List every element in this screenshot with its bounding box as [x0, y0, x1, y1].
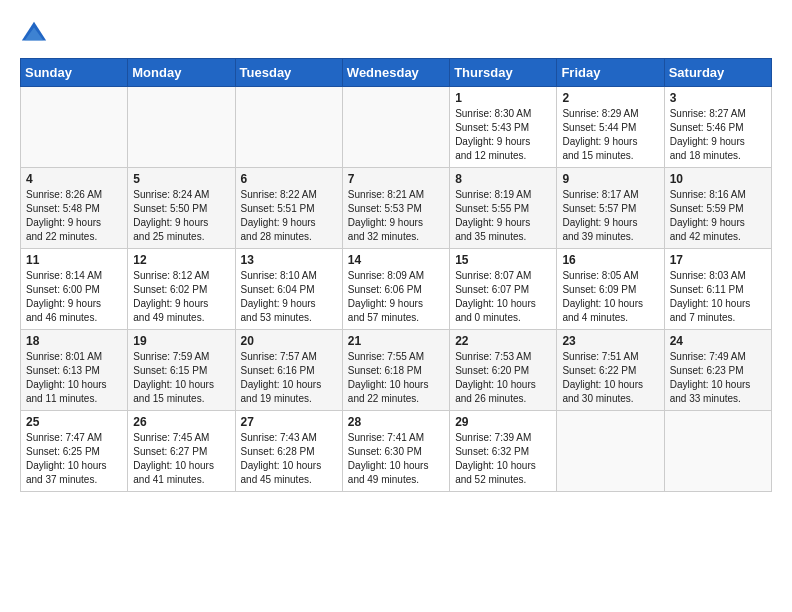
header-day-friday: Friday — [557, 59, 664, 87]
calendar-cell: 20Sunrise: 7:57 AM Sunset: 6:16 PM Dayli… — [235, 330, 342, 411]
calendar-cell — [557, 411, 664, 492]
day-info: Sunrise: 8:07 AM Sunset: 6:07 PM Dayligh… — [455, 269, 551, 325]
day-number: 21 — [348, 334, 444, 348]
calendar-cell — [664, 411, 771, 492]
day-number: 15 — [455, 253, 551, 267]
logo — [20, 20, 52, 48]
calendar-table: SundayMondayTuesdayWednesdayThursdayFrid… — [20, 58, 772, 492]
day-number: 11 — [26, 253, 122, 267]
calendar-cell: 18Sunrise: 8:01 AM Sunset: 6:13 PM Dayli… — [21, 330, 128, 411]
day-number: 18 — [26, 334, 122, 348]
day-number: 13 — [241, 253, 337, 267]
day-number: 1 — [455, 91, 551, 105]
header-day-monday: Monday — [128, 59, 235, 87]
day-number: 24 — [670, 334, 766, 348]
day-number: 17 — [670, 253, 766, 267]
day-number: 26 — [133, 415, 229, 429]
calendar-cell: 16Sunrise: 8:05 AM Sunset: 6:09 PM Dayli… — [557, 249, 664, 330]
day-info: Sunrise: 7:43 AM Sunset: 6:28 PM Dayligh… — [241, 431, 337, 487]
day-number: 16 — [562, 253, 658, 267]
calendar-cell — [128, 87, 235, 168]
day-number: 19 — [133, 334, 229, 348]
calendar-cell: 4Sunrise: 8:26 AM Sunset: 5:48 PM Daylig… — [21, 168, 128, 249]
week-row-1: 4Sunrise: 8:26 AM Sunset: 5:48 PM Daylig… — [21, 168, 772, 249]
day-info: Sunrise: 8:16 AM Sunset: 5:59 PM Dayligh… — [670, 188, 766, 244]
calendar-cell: 28Sunrise: 7:41 AM Sunset: 6:30 PM Dayli… — [342, 411, 449, 492]
header-day-wednesday: Wednesday — [342, 59, 449, 87]
calendar-cell: 10Sunrise: 8:16 AM Sunset: 5:59 PM Dayli… — [664, 168, 771, 249]
calendar-cell: 2Sunrise: 8:29 AM Sunset: 5:44 PM Daylig… — [557, 87, 664, 168]
day-info: Sunrise: 8:01 AM Sunset: 6:13 PM Dayligh… — [26, 350, 122, 406]
calendar-cell — [235, 87, 342, 168]
day-number: 25 — [26, 415, 122, 429]
calendar-body: 1Sunrise: 8:30 AM Sunset: 5:43 PM Daylig… — [21, 87, 772, 492]
day-number: 14 — [348, 253, 444, 267]
calendar-cell: 12Sunrise: 8:12 AM Sunset: 6:02 PM Dayli… — [128, 249, 235, 330]
day-info: Sunrise: 7:49 AM Sunset: 6:23 PM Dayligh… — [670, 350, 766, 406]
calendar-cell: 7Sunrise: 8:21 AM Sunset: 5:53 PM Daylig… — [342, 168, 449, 249]
week-row-2: 11Sunrise: 8:14 AM Sunset: 6:00 PM Dayli… — [21, 249, 772, 330]
day-info: Sunrise: 7:41 AM Sunset: 6:30 PM Dayligh… — [348, 431, 444, 487]
day-number: 4 — [26, 172, 122, 186]
calendar-cell: 9Sunrise: 8:17 AM Sunset: 5:57 PM Daylig… — [557, 168, 664, 249]
week-row-3: 18Sunrise: 8:01 AM Sunset: 6:13 PM Dayli… — [21, 330, 772, 411]
day-number: 8 — [455, 172, 551, 186]
calendar-cell: 3Sunrise: 8:27 AM Sunset: 5:46 PM Daylig… — [664, 87, 771, 168]
day-info: Sunrise: 7:51 AM Sunset: 6:22 PM Dayligh… — [562, 350, 658, 406]
day-info: Sunrise: 8:22 AM Sunset: 5:51 PM Dayligh… — [241, 188, 337, 244]
day-number: 10 — [670, 172, 766, 186]
day-number: 23 — [562, 334, 658, 348]
calendar-cell: 21Sunrise: 7:55 AM Sunset: 6:18 PM Dayli… — [342, 330, 449, 411]
logo-icon — [20, 20, 48, 48]
header-day-saturday: Saturday — [664, 59, 771, 87]
day-info: Sunrise: 8:05 AM Sunset: 6:09 PM Dayligh… — [562, 269, 658, 325]
day-number: 7 — [348, 172, 444, 186]
calendar-cell: 11Sunrise: 8:14 AM Sunset: 6:00 PM Dayli… — [21, 249, 128, 330]
week-row-4: 25Sunrise: 7:47 AM Sunset: 6:25 PM Dayli… — [21, 411, 772, 492]
calendar-cell: 23Sunrise: 7:51 AM Sunset: 6:22 PM Dayli… — [557, 330, 664, 411]
day-info: Sunrise: 7:55 AM Sunset: 6:18 PM Dayligh… — [348, 350, 444, 406]
day-info: Sunrise: 7:47 AM Sunset: 6:25 PM Dayligh… — [26, 431, 122, 487]
day-info: Sunrise: 8:09 AM Sunset: 6:06 PM Dayligh… — [348, 269, 444, 325]
calendar-cell: 13Sunrise: 8:10 AM Sunset: 6:04 PM Dayli… — [235, 249, 342, 330]
day-number: 20 — [241, 334, 337, 348]
calendar-header: SundayMondayTuesdayWednesdayThursdayFrid… — [21, 59, 772, 87]
calendar-cell: 29Sunrise: 7:39 AM Sunset: 6:32 PM Dayli… — [450, 411, 557, 492]
day-number: 3 — [670, 91, 766, 105]
calendar-cell — [21, 87, 128, 168]
calendar-cell: 17Sunrise: 8:03 AM Sunset: 6:11 PM Dayli… — [664, 249, 771, 330]
header-day-thursday: Thursday — [450, 59, 557, 87]
day-info: Sunrise: 8:17 AM Sunset: 5:57 PM Dayligh… — [562, 188, 658, 244]
day-info: Sunrise: 8:14 AM Sunset: 6:00 PM Dayligh… — [26, 269, 122, 325]
day-info: Sunrise: 8:30 AM Sunset: 5:43 PM Dayligh… — [455, 107, 551, 163]
day-info: Sunrise: 7:45 AM Sunset: 6:27 PM Dayligh… — [133, 431, 229, 487]
calendar-cell: 24Sunrise: 7:49 AM Sunset: 6:23 PM Dayli… — [664, 330, 771, 411]
day-info: Sunrise: 8:24 AM Sunset: 5:50 PM Dayligh… — [133, 188, 229, 244]
day-number: 2 — [562, 91, 658, 105]
calendar-cell — [342, 87, 449, 168]
day-number: 27 — [241, 415, 337, 429]
calendar-cell: 19Sunrise: 7:59 AM Sunset: 6:15 PM Dayli… — [128, 330, 235, 411]
day-info: Sunrise: 8:12 AM Sunset: 6:02 PM Dayligh… — [133, 269, 229, 325]
day-number: 12 — [133, 253, 229, 267]
calendar-cell: 14Sunrise: 8:09 AM Sunset: 6:06 PM Dayli… — [342, 249, 449, 330]
header-day-sunday: Sunday — [21, 59, 128, 87]
day-info: Sunrise: 8:21 AM Sunset: 5:53 PM Dayligh… — [348, 188, 444, 244]
day-info: Sunrise: 8:03 AM Sunset: 6:11 PM Dayligh… — [670, 269, 766, 325]
day-info: Sunrise: 7:39 AM Sunset: 6:32 PM Dayligh… — [455, 431, 551, 487]
week-row-0: 1Sunrise: 8:30 AM Sunset: 5:43 PM Daylig… — [21, 87, 772, 168]
day-info: Sunrise: 8:26 AM Sunset: 5:48 PM Dayligh… — [26, 188, 122, 244]
day-number: 29 — [455, 415, 551, 429]
day-info: Sunrise: 7:53 AM Sunset: 6:20 PM Dayligh… — [455, 350, 551, 406]
day-info: Sunrise: 7:59 AM Sunset: 6:15 PM Dayligh… — [133, 350, 229, 406]
calendar-cell: 25Sunrise: 7:47 AM Sunset: 6:25 PM Dayli… — [21, 411, 128, 492]
calendar-cell: 5Sunrise: 8:24 AM Sunset: 5:50 PM Daylig… — [128, 168, 235, 249]
day-info: Sunrise: 8:27 AM Sunset: 5:46 PM Dayligh… — [670, 107, 766, 163]
calendar-cell: 1Sunrise: 8:30 AM Sunset: 5:43 PM Daylig… — [450, 87, 557, 168]
day-info: Sunrise: 8:10 AM Sunset: 6:04 PM Dayligh… — [241, 269, 337, 325]
calendar-cell: 6Sunrise: 8:22 AM Sunset: 5:51 PM Daylig… — [235, 168, 342, 249]
day-info: Sunrise: 8:19 AM Sunset: 5:55 PM Dayligh… — [455, 188, 551, 244]
day-number: 5 — [133, 172, 229, 186]
day-info: Sunrise: 8:29 AM Sunset: 5:44 PM Dayligh… — [562, 107, 658, 163]
calendar-cell: 27Sunrise: 7:43 AM Sunset: 6:28 PM Dayli… — [235, 411, 342, 492]
